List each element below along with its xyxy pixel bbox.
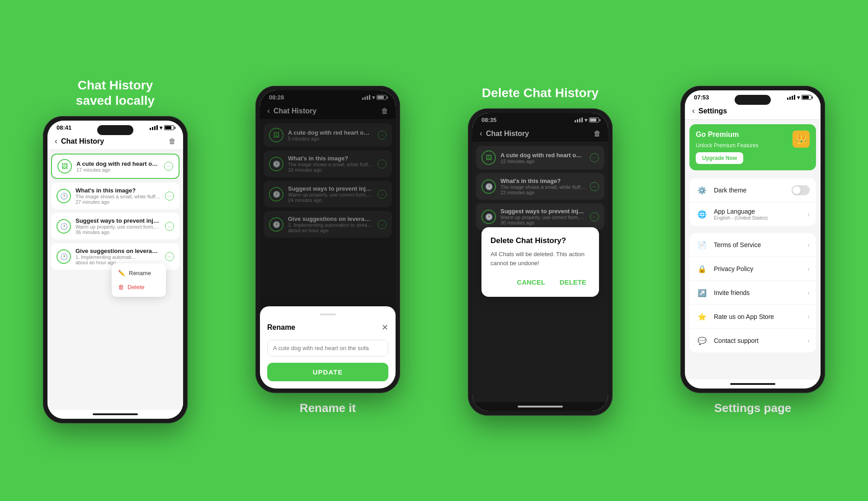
phone-1-screen: 08:41 ▾ ‹ Chat History 🗑 [47, 121, 183, 419]
chat-more-1-1[interactable]: ··· [165, 192, 174, 201]
rename-label: Rename [129, 270, 151, 276]
settings-language[interactable]: 🌐 App Language English - (United States)… [689, 202, 816, 226]
chat-time-1-1: 27 minutes ago [75, 199, 160, 205]
back-btn-1[interactable]: ‹ [55, 136, 57, 146]
back-btn-4[interactable]: ‹ [692, 106, 695, 116]
chat-icon-1-2: 🕐 [57, 219, 71, 234]
privacy-text: Privacy Policy [714, 265, 802, 272]
dark-theme-toggle[interactable] [792, 185, 810, 195]
chat-sub-1-2: Warm up properly, use correct form, list… [75, 224, 160, 229]
dialog-delete-btn[interactable]: DELETE [556, 276, 590, 288]
chat-item-1-0[interactable]: 🖼 A cute dog with red heart on the sofa … [51, 154, 179, 179]
section-1-label: Chat History saved locally [76, 78, 155, 108]
section-2-label: Rename it [300, 401, 356, 415]
update-btn[interactable]: UPDATE [267, 363, 388, 381]
settings-dark-theme[interactable]: ⚙️ Dark theme [689, 178, 816, 202]
invite-text: Invite friends [714, 289, 802, 296]
signal-1 [150, 125, 158, 130]
settings-tos[interactable]: 📄 Terms of Service › [689, 233, 816, 257]
chat-icon-2-1: 🕐 [269, 157, 283, 171]
chat-time-1-0: 17 minutes ago [76, 167, 160, 173]
phone-2-screen: 08:28 ▾ ‹ Chat History 🗑 [260, 90, 396, 389]
support-label: Contact support [714, 337, 802, 344]
chat-info-2-0: A cute dog with red heart on the sofa 5 … [288, 129, 373, 141]
delete-icon-2[interactable]: 🗑 [381, 107, 388, 115]
context-delete[interactable]: 🗑 Delete [112, 280, 166, 294]
chat-item-2-0: 🖼 A cute dog with red heart on the sofa … [264, 123, 392, 147]
home-bar-4 [685, 379, 821, 389]
rate-arrow: › [807, 313, 810, 320]
phone-4: 07:53 ▾ ‹ Settings [680, 86, 825, 393]
language-arrow: › [807, 211, 810, 218]
support-text: Contact support [714, 337, 802, 344]
settings-privacy[interactable]: 🔒 Privacy Policy › [689, 257, 816, 281]
section-4: 07:53 ▾ ‹ Settings [646, 86, 859, 415]
dialog-cancel-btn[interactable]: CANCEL [513, 276, 549, 288]
premium-banner: Go Premium Unlock Premium Features Upgra… [689, 124, 816, 170]
battery-1 [164, 125, 174, 130]
settings-rate[interactable]: ⭐ Rate us on App Store › [689, 305, 816, 329]
chat-item-2-3: 🕐 Give suggestions on leveraging tec... … [264, 211, 392, 238]
chat-sub-1-3: 1. Implementing automati... [75, 254, 160, 260]
chat-sub-2-2: Warm up properly, use correct form, list… [288, 192, 373, 197]
settings-support[interactable]: 💬 Contact support › [689, 329, 816, 352]
sheet-close-btn[interactable]: ✕ [382, 323, 388, 332]
context-rename[interactable]: ✏️ Rename [112, 266, 166, 280]
language-label: App Language [714, 208, 802, 215]
home-indicator-4 [730, 383, 775, 385]
signal-2 [362, 95, 370, 100]
chat-info-2-2: Suggest ways to prevent injuries du... W… [288, 185, 373, 203]
support-arrow: › [807, 337, 810, 344]
section1-title-line1: Chat History [78, 78, 153, 92]
privacy-arrow: › [807, 265, 810, 272]
chat-info-1-1: What's in this image? The image shows a … [75, 187, 160, 205]
settings-list: Go Premium Unlock Premium Features Upgra… [685, 120, 821, 379]
chat-icon-1-3: 🕐 [57, 249, 71, 264]
chat-more-1-2[interactable]: ··· [165, 222, 174, 231]
chat-icon-2-0: 🖼 [269, 128, 283, 142]
dynamic-island-1 [97, 125, 133, 135]
home-bar-1 [47, 410, 183, 419]
chat-item-2-2: 🕐 Suggest ways to prevent injuries du...… [264, 181, 392, 207]
status-bar-1: 08:41 ▾ [47, 121, 183, 133]
rename-input[interactable] [267, 340, 388, 356]
upgrade-btn[interactable]: Upgrade Now [696, 152, 743, 164]
status-icons-2: ▾ [362, 94, 387, 101]
chat-more-1-3[interactable]: ··· [165, 252, 174, 261]
tos-arrow: › [807, 241, 810, 248]
chat-item-1-3[interactable]: 🕐 Give suggestions on leveraging tec... … [51, 243, 179, 270]
time-2: 08:28 [269, 94, 284, 101]
chat-list-1: 🖼 A cute dog with red heart on the sofa … [47, 150, 183, 410]
message-icon: 💬 [696, 334, 708, 347]
sheet-handle [320, 314, 336, 315]
delete-icon-1[interactable]: 🗑 [169, 137, 176, 145]
sheet-header: Rename ✕ [267, 323, 388, 332]
dialog-actions: CANCEL DELETE [491, 276, 590, 288]
back-btn-2[interactable]: ‹ [267, 106, 270, 116]
chat-item-1-1[interactable]: 🕐 What's in this image? The image shows … [51, 183, 179, 209]
settings-invite[interactable]: ↗️ Invite friends › [689, 281, 816, 305]
section-3: Delete Chat History 08:35 ▾ ‹ [434, 85, 646, 416]
chat-info-2-1: What's in this image? The image shows a … [288, 155, 373, 173]
chat-more-1-0[interactable]: ··· [164, 162, 173, 171]
wifi-2: ▾ [372, 94, 375, 101]
chat-title-2-3: Give suggestions on leveraging tec... [288, 215, 373, 222]
lock-icon: 🔒 [696, 262, 708, 275]
dark-theme-label: Dark theme [714, 187, 786, 194]
context-menu-1: ✏️ Rename 🗑 Delete [112, 263, 166, 297]
section-1: Chat History saved locally 08:41 ▾ [9, 78, 222, 423]
chat-more-2-0: ··· [377, 131, 387, 140]
chat-more-2-2: ··· [377, 190, 387, 199]
chat-more-2-1: ··· [377, 159, 387, 169]
pencil-icon: ✏️ [118, 270, 125, 276]
chat-title-1-0: A cute dog with red heart on the sofa [76, 160, 160, 167]
language-icon: 🌐 [696, 208, 708, 220]
chat-title-2-0: A cute dog with red heart on the sofa [288, 129, 373, 136]
chat-more-2-3: ··· [377, 220, 387, 229]
chat-info-1-3: Give suggestions on leveraging tec... 1.… [75, 248, 160, 265]
chat-item-1-2[interactable]: 🕐 Suggest ways to prevent injuries du...… [51, 213, 179, 239]
nav-title-1: Chat History [61, 137, 169, 145]
document-icon: 📄 [696, 239, 708, 251]
chat-title-2-2: Suggest ways to prevent injuries du... [288, 185, 373, 192]
section-3-label: Delete Chat History [482, 85, 599, 101]
